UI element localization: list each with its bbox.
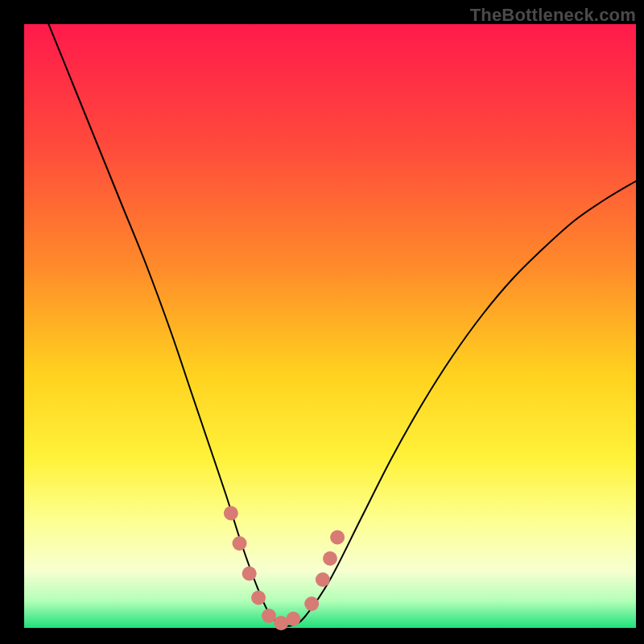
highlight-point xyxy=(286,612,300,626)
highlight-point xyxy=(233,536,247,551)
highlight-point xyxy=(330,530,345,545)
highlight-point xyxy=(242,567,257,581)
highlight-point xyxy=(323,551,337,566)
watermark-text: TheBottleneck.com xyxy=(470,5,636,26)
chart-frame: TheBottleneck.com xyxy=(0,0,644,644)
highlight-point xyxy=(251,591,266,605)
highlight-point xyxy=(316,572,330,587)
highlight-point xyxy=(262,609,276,623)
highlight-point xyxy=(224,506,238,521)
bottleneck-chart xyxy=(0,0,644,644)
highlight-point xyxy=(304,597,319,611)
plot-background xyxy=(24,24,636,628)
